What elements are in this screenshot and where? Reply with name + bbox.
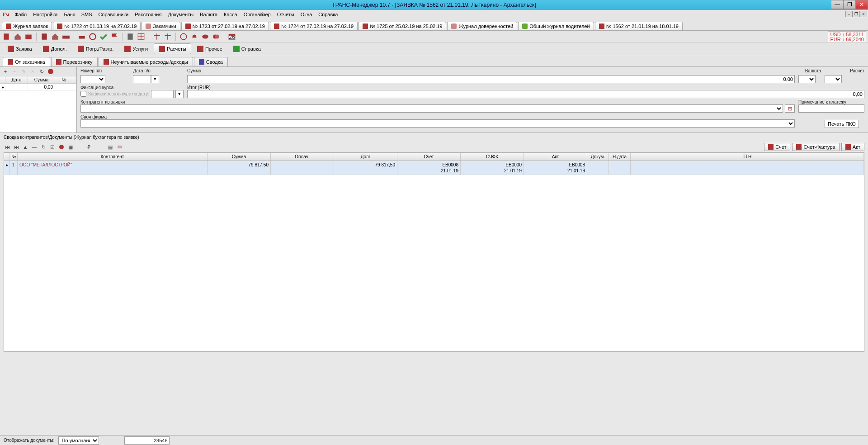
schet-faktura-button[interactable]: Счет-Фактура <box>792 143 839 151</box>
close-button[interactable]: ✕ <box>855 0 868 9</box>
menu-help[interactable]: Справка <box>315 11 341 18</box>
itog-input[interactable] <box>187 90 864 98</box>
doctab-1725[interactable]: № 1725 от 25.02.19 на 25.02.19 <box>359 22 446 30</box>
mdi-minimize[interactable]: – <box>845 11 853 17</box>
tb-clock-icon[interactable] <box>179 33 188 41</box>
kontragent-select[interactable] <box>80 104 783 113</box>
col-oplach[interactable]: Оплач. <box>271 153 334 161</box>
tb-flag-icon[interactable] <box>110 33 118 41</box>
col-schet[interactable]: Счет <box>397 153 461 161</box>
circle-button[interactable] <box>58 143 65 151</box>
print-pko-button[interactable]: Печать ПКО <box>825 120 859 128</box>
nomer-input[interactable] <box>80 75 105 83</box>
mail-button[interactable]: ✉ <box>116 143 123 151</box>
remove-button[interactable]: − <box>11 68 18 75</box>
tb-calc-icon[interactable] <box>126 33 134 41</box>
menu-refs[interactable]: Справочники <box>95 11 132 18</box>
kontragent-lookup-button[interactable]: ⊞ <box>785 104 795 113</box>
col-date[interactable]: Дата <box>5 76 28 83</box>
menu-cash[interactable]: Касса <box>221 11 241 18</box>
doctab-1562[interactable]: № 1562 от 21.01.19 на 18.01.19 <box>595 22 683 30</box>
delete-all-button[interactable] <box>47 68 54 75</box>
tb-new-icon[interactable] <box>3 33 11 41</box>
schet-button[interactable]: Счет <box>764 143 790 151</box>
add-button[interactable]: + <box>2 68 9 75</box>
doctab-drivers[interactable]: Общий журнал водителей <box>518 22 594 30</box>
tb-open-icon[interactable] <box>24 33 33 41</box>
tab-dopol[interactable]: Допол. <box>38 43 72 54</box>
menu-sms[interactable]: SMS <box>78 11 95 18</box>
tb-calendar-icon[interactable]: 26 <box>228 33 236 41</box>
menu-reports[interactable]: Отчеты <box>274 11 297 18</box>
col-schfk[interactable]: СЧФК <box>461 153 524 161</box>
tab-zayavka[interactable]: Заявка <box>3 43 37 54</box>
tab-help[interactable]: Справка <box>228 43 266 54</box>
tab-raschety[interactable]: Расчеты <box>154 43 191 54</box>
doctab-1724[interactable]: № 1724 от 27.02.19 на 27.02.19 <box>270 22 358 30</box>
col-dokum[interactable]: Докум. <box>587 153 609 161</box>
mdi-restore[interactable]: ❐ <box>853 11 860 17</box>
tb-money-icon[interactable] <box>201 33 209 41</box>
tb-coins-icon[interactable] <box>212 33 220 41</box>
valuta-select[interactable] <box>798 75 816 83</box>
tb-home-icon[interactable] <box>14 33 22 41</box>
payment-row[interactable]: ▸ 0,00 <box>0 84 76 91</box>
tb-book-icon[interactable] <box>40 33 48 41</box>
subtab-summary[interactable]: Сводка <box>194 57 228 66</box>
reload-button[interactable]: ↻ <box>40 143 47 151</box>
fix-checkbox[interactable] <box>80 91 86 97</box>
menu-windows[interactable]: Окна <box>297 11 316 18</box>
fix-date-input[interactable] <box>151 90 174 98</box>
doctab-customers[interactable]: Заказчики <box>142 22 180 30</box>
col-no[interactable]: № <box>9 153 18 161</box>
menu-settings[interactable]: Настройка <box>30 11 61 18</box>
col-dolg[interactable]: Долг <box>334 153 397 161</box>
mdi-close[interactable]: × <box>860 11 867 17</box>
subtab-unaccounted[interactable]: Неучитываемые расходы/доходы <box>99 57 193 66</box>
tb-balance-icon[interactable] <box>153 33 161 41</box>
doctab-poa-journal[interactable]: Журнал доверенностей <box>447 22 517 30</box>
col-akt[interactable]: Акт <box>524 153 587 161</box>
menu-distances[interactable]: Расстояния <box>132 11 165 18</box>
col-summa[interactable]: Сумма <box>208 153 271 161</box>
col-ndata[interactable]: Н.дата <box>609 153 631 161</box>
check-button[interactable]: ☑ <box>49 143 56 151</box>
tb-balance2-icon[interactable] <box>164 33 172 41</box>
tb-bell-icon[interactable] <box>190 33 198 41</box>
col-sum[interactable]: Сумма <box>28 76 55 83</box>
tb-car-icon[interactable] <box>78 33 86 41</box>
first-button[interactable]: ⏮ <box>4 143 11 151</box>
menu-currency[interactable]: Валюта <box>197 11 221 18</box>
date-picker-button[interactable]: ▾ <box>151 75 159 83</box>
menu-bank[interactable]: Банк <box>61 11 78 18</box>
tb-grid-icon[interactable] <box>137 33 145 41</box>
data-input[interactable] <box>133 75 151 83</box>
prim-input[interactable] <box>798 104 864 113</box>
firma-select[interactable] <box>80 119 795 128</box>
raschet-select[interactable] <box>825 75 842 83</box>
ruble-button[interactable]: ₽ <box>85 143 92 151</box>
doc-button[interactable]: ▤ <box>107 143 114 151</box>
tab-load-unload[interactable]: Погр./Разгр. <box>73 43 118 54</box>
count-input[interactable] <box>124 436 170 445</box>
down-button[interactable]: — <box>31 143 38 151</box>
minimize-button[interactable]: — <box>831 0 844 9</box>
tb-house-icon[interactable] <box>51 33 59 41</box>
fix-date-picker[interactable]: ▾ <box>175 90 184 98</box>
tab-services[interactable]: Услуги <box>119 43 153 54</box>
col-no[interactable]: № <box>55 76 73 83</box>
col-ttn[interactable]: ТТН <box>631 153 864 161</box>
grid-button[interactable]: ▦ <box>67 143 74 151</box>
edit-button[interactable]: ✎ <box>20 68 27 75</box>
subtab-to-carrier[interactable]: Перевозчику <box>51 57 98 66</box>
summa-input[interactable] <box>187 75 795 83</box>
tb-wheel-icon[interactable] <box>89 33 97 41</box>
col-kontragent[interactable]: Контрагент <box>18 153 208 161</box>
akt-button[interactable]: Акт <box>841 143 864 151</box>
cancel-button[interactable]: × <box>29 68 36 75</box>
tb-check-icon[interactable] <box>99 33 108 41</box>
menu-file[interactable]: Файл <box>11 11 30 18</box>
up-button[interactable]: ▲ <box>22 143 29 151</box>
display-mode-select[interactable]: По умолчанию <box>58 436 99 445</box>
grid-row[interactable]: ▸ 1 ООО "МЕТАЛЛОСТРОЙ" 79 817,50 79 817,… <box>4 161 864 175</box>
